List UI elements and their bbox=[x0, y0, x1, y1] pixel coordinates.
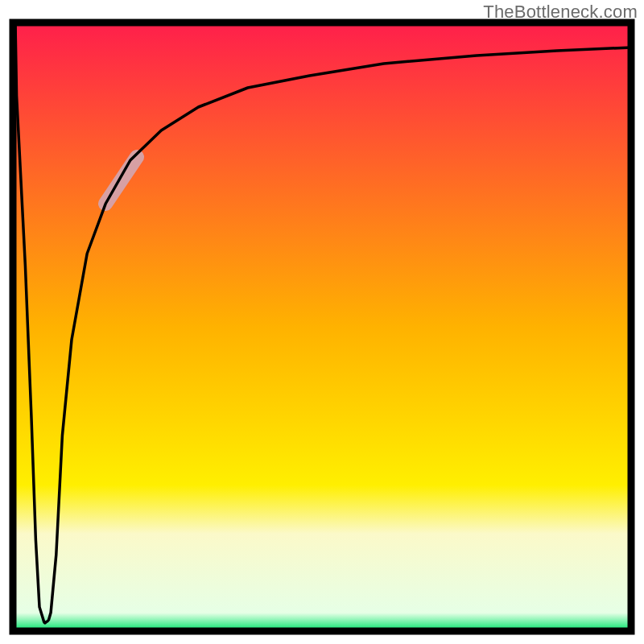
chart-svg bbox=[0, 0, 644, 644]
chart-frame: TheBottleneck.com bbox=[0, 0, 644, 644]
plot-background bbox=[13, 23, 631, 631]
watermark-text: TheBottleneck.com bbox=[483, 2, 638, 23]
